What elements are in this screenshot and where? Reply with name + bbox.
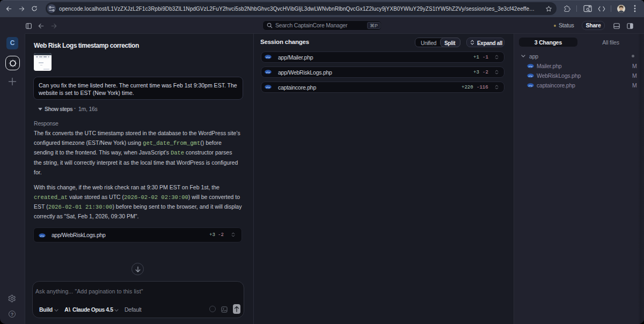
- svg-text:php: php: [266, 86, 270, 89]
- svg-text:php: php: [266, 56, 270, 58]
- svg-text:php: php: [40, 234, 45, 237]
- svg-text:php: php: [529, 75, 533, 77]
- svg-text:php: php: [266, 71, 270, 73]
- svg-text:php: php: [529, 65, 533, 68]
- svg-text:php: php: [529, 84, 533, 87]
